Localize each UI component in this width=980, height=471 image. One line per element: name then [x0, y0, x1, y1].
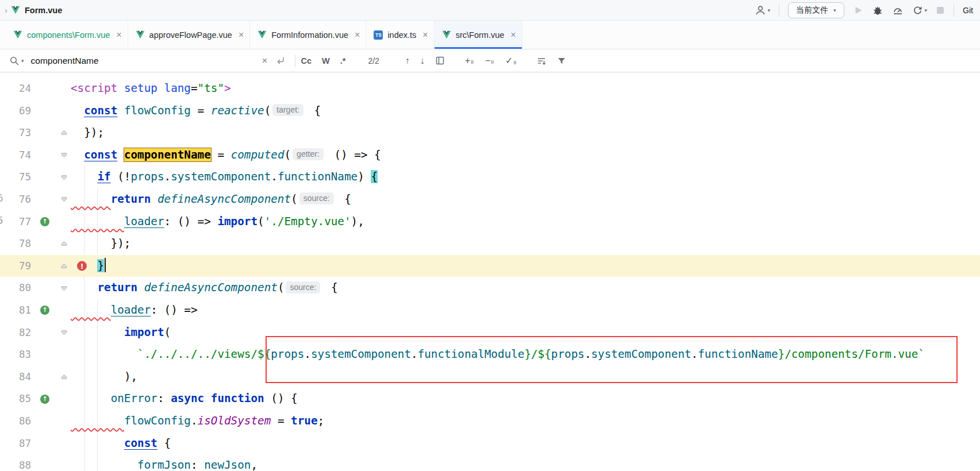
- code-text[interactable]: loader: () => import('./Empty.vue'),: [71, 211, 980, 233]
- code-token: props: [271, 348, 304, 361]
- fold-region-end-icon[interactable]: [60, 240, 68, 248]
- fold-region-start-icon[interactable]: [60, 151, 68, 160]
- code-text[interactable]: if (!props.systemComponent.functionName)…: [71, 166, 980, 188]
- filter-button[interactable]: [557, 56, 566, 65]
- code-line-80[interactable]: 80 return defineAsyncComponent(source: {: [0, 277, 980, 299]
- tab-index.ts[interactable]: TSindex.ts×: [366, 21, 434, 49]
- select-all-occurrences-button[interactable]: ✓II: [505, 55, 516, 66]
- code-token: import: [217, 215, 258, 228]
- code-text[interactable]: `./../../../views/${props.systemComponen…: [71, 343, 980, 366]
- code-text[interactable]: loader: () =>: [71, 299, 980, 322]
- code-line-81[interactable]: 81↑ loader: () =>: [0, 299, 980, 322]
- code-text[interactable]: const componentName = computed(getter: (…: [71, 144, 980, 167]
- error-icon[interactable]: !: [77, 261, 87, 271]
- code-text[interactable]: onError: async function () {: [71, 388, 980, 410]
- code-text[interactable]: return defineAsyncComponent(source: {: [71, 277, 980, 299]
- code-line-82[interactable]: 82 import(: [0, 322, 980, 344]
- run-button[interactable]: [853, 5, 863, 16]
- inlay-hint[interactable]: getter:: [293, 148, 324, 160]
- code-line-75[interactable]: 75 if (!props.systemComponent.functionNa…: [0, 166, 980, 188]
- fold-region-end-icon[interactable]: [60, 262, 68, 271]
- tab-close-icon[interactable]: ×: [239, 30, 244, 40]
- tab-close-icon[interactable]: ×: [510, 30, 516, 40]
- newline-icon[interactable]: [276, 56, 286, 65]
- gutter: 82: [0, 322, 71, 344]
- code-line-88[interactable]: 88 formJson: newJson,: [0, 454, 980, 471]
- fold-region-end-icon[interactable]: [60, 373, 68, 381]
- code-line-79[interactable]: 79! }: [0, 255, 980, 277]
- code-line-78[interactable]: 78 });: [0, 233, 980, 255]
- git-widget[interactable]: Git: [963, 6, 973, 15]
- tab-forminformation.vue[interactable]: FormInformation.vue×: [250, 21, 366, 49]
- user-button[interactable]: ▾: [755, 5, 771, 16]
- code-line-83[interactable]: 83 `./../../../views/${props.systemCompo…: [0, 343, 980, 366]
- tab-src-form.vue[interactable]: src\Form.vue×: [435, 21, 522, 49]
- code-text[interactable]: formJson: newJson,: [71, 454, 980, 471]
- regex-toggle[interactable]: .*: [340, 56, 346, 65]
- rerun-button[interactable]: ▾: [912, 5, 928, 16]
- tab-close-icon[interactable]: ×: [116, 30, 121, 40]
- code-token: =: [191, 82, 198, 95]
- editor[interactable]: 24<script setup lang="ts">69 const flowC…: [0, 72, 980, 471]
- code-line-76[interactable]: 76 return defineAsyncComponent(source: {: [0, 188, 980, 211]
- search-input[interactable]: componentName: [31, 56, 262, 66]
- code-text[interactable]: return defineAsyncComponent(source: {: [71, 188, 980, 211]
- code-token: setup: [124, 82, 157, 95]
- next-match-button[interactable]: ↓: [420, 56, 425, 66]
- gutter-green-marker-icon[interactable]: ↑: [40, 395, 49, 404]
- code-line-69[interactable]: 69 const flowConfig = reactive(target: {: [0, 100, 980, 122]
- tab-approveflowpage.vue[interactable]: approveFlowPage.vue×: [128, 21, 251, 49]
- debug-button[interactable]: [872, 5, 883, 16]
- code-text[interactable]: });: [71, 122, 980, 144]
- tab-components-form.vue[interactable]: components\Form.vue×: [6, 21, 128, 49]
- search-button[interactable]: ▾: [9, 56, 24, 66]
- code-line-73[interactable]: 73 });: [0, 122, 980, 144]
- run-config-selector[interactable]: 当前文件 ▾: [788, 2, 844, 18]
- previous-match-button[interactable]: ↑: [405, 56, 410, 66]
- inlay-hint[interactable]: target:: [272, 104, 303, 116]
- fold-region-start-icon[interactable]: [60, 173, 68, 182]
- code-line-86[interactable]: 86 flowConfig.isOldSystem = true;: [0, 410, 980, 433]
- clipped-line-number-artifact: 5: [0, 215, 3, 226]
- inlay-hint[interactable]: source:: [286, 281, 320, 294]
- code-token: [204, 392, 211, 405]
- remove-occurrence-button[interactable]: −II: [485, 56, 494, 66]
- profiler-button[interactable]: [892, 5, 904, 16]
- code-token: `./../../../views/: [137, 348, 258, 361]
- code-line-74[interactable]: 74 const componentName = computed(getter…: [0, 144, 980, 167]
- code-token: loader: [111, 303, 151, 316]
- code-line-85[interactable]: 85↑ onError: async function () {: [0, 388, 980, 410]
- stop-button[interactable]: [936, 6, 945, 15]
- code-text[interactable]: });: [71, 233, 980, 255]
- whole-words-toggle[interactable]: W: [322, 56, 330, 65]
- code-text[interactable]: import(: [71, 322, 980, 344]
- fold-region-start-icon[interactable]: [60, 328, 68, 337]
- code-line-84[interactable]: 84 ),: [0, 366, 980, 388]
- chevron-right-icon[interactable]: ›: [5, 5, 7, 15]
- code-line-77[interactable]: 77↑ loader: () => import('./Empty.vue'),: [0, 211, 980, 233]
- inlay-hint[interactable]: source:: [299, 192, 334, 204]
- code-text[interactable]: <script setup lang="ts">: [71, 78, 980, 100]
- fold-region-start-icon[interactable]: [60, 195, 68, 204]
- code-text[interactable]: flowConfig.isOldSystem = true;: [71, 410, 980, 433]
- fold-region-end-icon[interactable]: [60, 129, 68, 137]
- typescript-file-icon: TS: [374, 30, 383, 40]
- code-text[interactable]: ! }: [71, 255, 980, 277]
- code-text[interactable]: const {: [71, 433, 980, 455]
- add-occurrence-button[interactable]: +II: [465, 56, 474, 66]
- fold-region-start-icon[interactable]: [60, 284, 68, 292]
- open-in-tool-window-button[interactable]: [435, 56, 445, 65]
- gutter-green-marker-icon[interactable]: ↑: [40, 217, 49, 226]
- code-text[interactable]: const flowConfig = reactive(target: {: [71, 100, 980, 122]
- tab-close-icon[interactable]: ×: [355, 30, 360, 40]
- tab-close-icon[interactable]: ×: [422, 30, 428, 40]
- match-case-toggle[interactable]: Cc: [301, 56, 312, 65]
- code-line-24[interactable]: 24<script setup lang="ts">: [0, 78, 980, 100]
- gutter-green-marker-icon[interactable]: ↑: [40, 306, 49, 315]
- code-text[interactable]: ),: [71, 366, 980, 388]
- code-token: props: [130, 170, 164, 183]
- code-token: =: [211, 148, 231, 161]
- search-options-button[interactable]: [536, 56, 547, 66]
- code-line-87[interactable]: 87 const {: [0, 433, 980, 455]
- clear-search-icon[interactable]: ×: [262, 55, 268, 67]
